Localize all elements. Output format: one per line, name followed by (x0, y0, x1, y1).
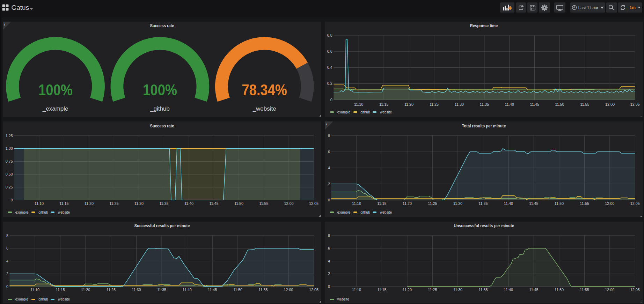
svg-text:11:55: 11:55 (580, 288, 589, 292)
svg-text:11:55: 11:55 (580, 201, 589, 206)
svg-text:0.4: 0.4 (327, 65, 332, 69)
svg-text:11:10: 11:10 (30, 288, 39, 292)
svg-text:11:45: 11:45 (530, 102, 539, 106)
svg-text:11:20: 11:20 (81, 288, 90, 292)
svg-text:11:45: 11:45 (529, 288, 538, 292)
svg-text:12:05: 12:05 (630, 201, 640, 206)
svg-text:11:50: 11:50 (555, 288, 564, 292)
svg-text:12:05: 12:05 (309, 288, 319, 292)
svg-text:11:35: 11:35 (157, 288, 166, 292)
svg-text:4: 4 (328, 259, 330, 263)
svg-text:2: 2 (6, 272, 8, 276)
svg-text:11:40: 11:40 (505, 102, 514, 106)
svg-text:11:35: 11:35 (478, 288, 488, 292)
svg-text:0: 0 (11, 198, 13, 202)
svg-text:0: 0 (328, 284, 330, 289)
svg-text:11:25: 11:25 (107, 288, 116, 292)
svg-text:12:05: 12:05 (309, 201, 319, 206)
svg-text:0.75: 0.75 (6, 159, 13, 163)
svg-text:11:20: 11:20 (85, 201, 94, 206)
svg-text:12:00: 12:00 (284, 201, 294, 206)
svg-text:0.6: 0.6 (327, 49, 332, 53)
svg-text:11:50: 11:50 (233, 288, 242, 292)
svg-text:2: 2 (328, 182, 330, 186)
svg-text:0: 0 (6, 284, 8, 289)
svg-text:11:20: 11:20 (403, 201, 412, 206)
svg-text:11:40: 11:40 (184, 201, 193, 206)
svg-text:0.25: 0.25 (6, 185, 13, 189)
svg-text:11:45: 11:45 (529, 201, 538, 206)
svg-text:11:25: 11:25 (428, 288, 437, 292)
svg-text:4: 4 (328, 166, 330, 170)
svg-text:11:10: 11:10 (352, 201, 361, 206)
svg-text:11:25: 11:25 (109, 201, 118, 206)
svg-text:12:00: 12:00 (605, 288, 614, 292)
svg-text:11:50: 11:50 (234, 201, 243, 206)
svg-text:11:55: 11:55 (580, 102, 589, 106)
svg-text:12:05: 12:05 (630, 102, 640, 106)
svg-text:11:10: 11:10 (354, 102, 363, 106)
svg-text:12:00: 12:00 (605, 102, 615, 106)
svg-text:0.2: 0.2 (327, 81, 332, 86)
svg-text:11:15: 11:15 (56, 288, 65, 292)
svg-text:2: 2 (328, 272, 330, 276)
svg-text:0.8: 0.8 (327, 33, 332, 37)
svg-text:0.50: 0.50 (6, 172, 13, 176)
svg-text:8: 8 (6, 233, 8, 238)
svg-text:11:35: 11:35 (480, 102, 489, 106)
svg-text:8: 8 (328, 233, 330, 238)
svg-text:11:40: 11:40 (504, 201, 513, 206)
svg-text:11:10: 11:10 (35, 201, 44, 206)
svg-text:11:45: 11:45 (209, 201, 218, 206)
svg-text:11:40: 11:40 (504, 288, 513, 292)
svg-text:12:05: 12:05 (630, 288, 640, 292)
svg-text:11:20: 11:20 (403, 288, 412, 292)
svg-text:1.00: 1.00 (6, 146, 13, 150)
svg-text:11:25: 11:25 (430, 102, 439, 106)
svg-text:11:50: 11:50 (555, 201, 564, 206)
svg-text:1.25: 1.25 (6, 134, 13, 138)
svg-text:0: 0 (328, 198, 330, 202)
svg-text:11:15: 11:15 (59, 201, 68, 206)
svg-text:11:15: 11:15 (379, 102, 388, 106)
svg-text:11:30: 11:30 (134, 201, 144, 206)
svg-text:12:00: 12:00 (284, 288, 293, 292)
svg-text:11:35: 11:35 (159, 201, 168, 206)
svg-text:11:45: 11:45 (208, 288, 217, 292)
svg-text:11:10: 11:10 (352, 288, 361, 292)
svg-text:11:30: 11:30 (455, 102, 464, 106)
svg-text:6: 6 (6, 246, 8, 250)
svg-text:8: 8 (328, 134, 330, 138)
svg-text:11:20: 11:20 (404, 102, 414, 106)
svg-text:12:00: 12:00 (605, 201, 614, 206)
svg-text:6: 6 (328, 246, 330, 250)
svg-text:11:40: 11:40 (182, 288, 191, 292)
svg-text:6: 6 (328, 150, 330, 154)
svg-text:11:30: 11:30 (453, 288, 462, 292)
svg-text:11:50: 11:50 (555, 102, 564, 106)
svg-text:11:30: 11:30 (453, 201, 462, 206)
svg-text:11:15: 11:15 (377, 201, 386, 206)
svg-text:11:35: 11:35 (478, 201, 488, 206)
svg-text:11:55: 11:55 (258, 288, 268, 292)
svg-text:0: 0 (330, 98, 332, 102)
svg-text:11:25: 11:25 (428, 201, 437, 206)
svg-text:11:55: 11:55 (259, 201, 268, 206)
svg-text:11:15: 11:15 (377, 288, 386, 292)
svg-text:4: 4 (6, 259, 8, 263)
svg-text:11:30: 11:30 (132, 288, 141, 292)
